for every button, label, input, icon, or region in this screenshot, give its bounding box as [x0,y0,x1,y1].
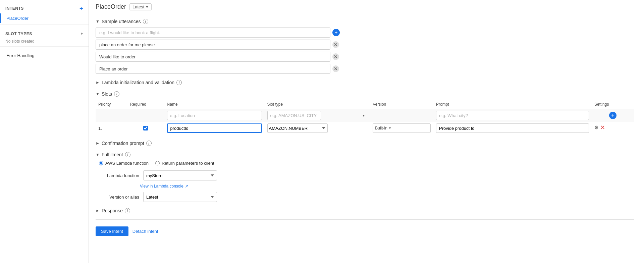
remove-utterance-1-button[interactable]: ✕ [332,41,339,48]
radio-lambda[interactable] [99,161,103,165]
sample-utterances-section: ▼ Sample utterances i + ✕ ✕ ✕ [96,19,634,74]
slot-1-prompt-cell [433,122,592,135]
save-intent-button[interactable]: Save Intent [96,226,128,236]
remove-utterance-3-button[interactable]: ✕ [332,65,339,72]
utterance-new-input[interactable] [96,28,330,38]
confirmation-prompt-section: ► Confirmation prompt i [96,141,634,146]
version-alias-row: Version or alias Latest [99,192,634,202]
col-required: Required [127,100,164,109]
slot-new-row: ▼ + [96,109,634,122]
intent-title: PlaceOrder [96,3,126,10]
slot-new-name-cell [164,109,265,122]
sidebar-item-error-handling[interactable]: Error Handling [0,51,89,60]
version-chevron-icon: ▼ [145,5,149,9]
slot-1-priority: 1. [96,122,127,135]
slot-1-type-select[interactable]: AMAZON.NUMBER [267,123,328,133]
add-intent-icon[interactable]: + [79,5,83,11]
lambda-function-select[interactable]: myStore [143,170,217,180]
radio-return-label[interactable]: Return parameters to client [155,161,214,166]
lambda-init-header[interactable]: ► Lambda initialization and validation i [96,80,634,85]
col-version: Version [370,100,433,109]
slot-new-prompt-cell [433,109,592,122]
slot-1-required-cell [127,122,164,135]
slot-1-version-label: Built-in [375,126,387,130]
slot-types-header: Slot types + [0,29,89,38]
col-slot-type: Slot type [265,100,370,109]
version-alias-select[interactable]: Latest [143,192,217,202]
radio-lambda-text: AWS Lambda function [105,161,149,166]
response-header[interactable]: ► Response i [96,208,634,213]
add-utterance-button[interactable]: + [332,29,340,36]
slot-1-settings-cell: ⚙ ✕ [592,122,634,132]
col-priority: Priority [96,100,127,109]
slot-1-required-checkbox[interactable] [143,126,148,130]
slot-new-type-input[interactable] [267,111,321,120]
slot-1-name-input[interactable] [167,123,262,133]
utterance-input-3[interactable] [96,64,330,74]
view-lambda-link[interactable]: View in Lambda console ↗ [140,184,634,189]
sidebar-item-placeorder[interactable]: PlaceOrder [0,13,89,23]
utterances-info-icon[interactable]: i [143,19,148,24]
intent-header: PlaceOrder Latest ▼ [96,3,634,12]
slot-1-settings-button[interactable]: ⚙ [594,125,599,130]
slot-row-1: 1. AMAZON.NUMBER [96,122,634,135]
confirmation-info-icon[interactable]: i [146,141,152,146]
response-section: ► Response i [96,208,634,213]
utterance-row-3: ✕ [96,64,634,74]
slot-1-version-chevron: ▼ [388,126,391,130]
lambda-function-row: Lambda function myStore [99,170,634,180]
main-content: PlaceOrder Latest ▼ ▼ Sample utterances … [89,0,644,263]
fulfillment-info-icon[interactable]: i [125,152,130,157]
version-badge[interactable]: Latest ▼ [129,3,152,10]
col-settings: Settings [592,100,634,109]
confirmation-prompt-label: Confirmation prompt [102,141,144,146]
response-info-icon[interactable]: i [125,208,130,213]
slot-new-prompt-input[interactable] [436,111,589,120]
slot-types-label: Slot types [5,32,32,36]
response-toggle-icon: ► [96,208,100,213]
slots-header[interactable]: ▼ Slots i [96,91,634,97]
intents-header: Intents + [0,3,89,13]
slots-table-header-row: Priority Required Name Slot type Version… [96,100,634,109]
utterance-row-2: ✕ [96,52,634,62]
slot-1-version-cell: Built-in ▼ [370,122,433,135]
fulfillment-header[interactable]: ▼ Fulfillment i [96,152,634,157]
confirmation-toggle-icon: ► [96,141,100,146]
lambda-function-label: Lambda function [99,173,139,178]
add-slot-type-icon[interactable]: + [80,32,83,36]
add-slot-button[interactable]: + [609,112,616,119]
version-label: Latest [132,4,144,9]
intents-label: Intents [5,6,24,11]
utterance-input-2[interactable] [96,52,330,62]
response-label: Response [102,208,123,213]
slot-new-settings: + [592,109,634,122]
utterance-input-1[interactable] [96,40,330,50]
no-slots-label: No slots created [0,38,89,45]
radio-return[interactable] [155,161,160,165]
radio-lambda-label[interactable]: AWS Lambda function [99,161,149,166]
detach-intent-button[interactable]: Detach intent [132,226,158,236]
slot-new-priority [96,109,127,122]
slot-new-name-input[interactable] [167,111,262,120]
slot-new-required [127,109,164,122]
fulfillment-radio-group: AWS Lambda function Return parameters to… [99,161,634,166]
slot-1-prompt-input[interactable] [436,123,589,133]
fulfillment-label: Fulfillment [102,152,123,157]
slot-1-version-dropdown[interactable]: Built-in ▼ [373,123,431,133]
radio-return-text: Return parameters to client [162,161,214,166]
col-prompt: Prompt [433,100,592,109]
lambda-init-info-icon[interactable]: i [176,80,182,85]
slot-1-remove-button[interactable]: ✕ [600,124,605,130]
sample-utterances-header[interactable]: ▼ Sample utterances i [96,19,634,24]
slots-label: Slots [102,91,112,97]
col-name: Name [164,100,265,109]
utterance-new-row: + [96,28,634,38]
sidebar: Intents + PlaceOrder Slot types + No slo… [0,0,89,263]
confirmation-prompt-header[interactable]: ► Confirmation prompt i [96,141,634,146]
footer-buttons: Save Intent Detach intent [96,226,634,236]
fulfillment-section: ▼ Fulfillment i AWS Lambda function Retu… [96,152,634,202]
remove-utterance-2-button[interactable]: ✕ [332,53,339,60]
slots-info-icon[interactable]: i [114,91,119,97]
slot-new-version [370,109,433,122]
external-link-icon: ↗ [185,184,188,189]
